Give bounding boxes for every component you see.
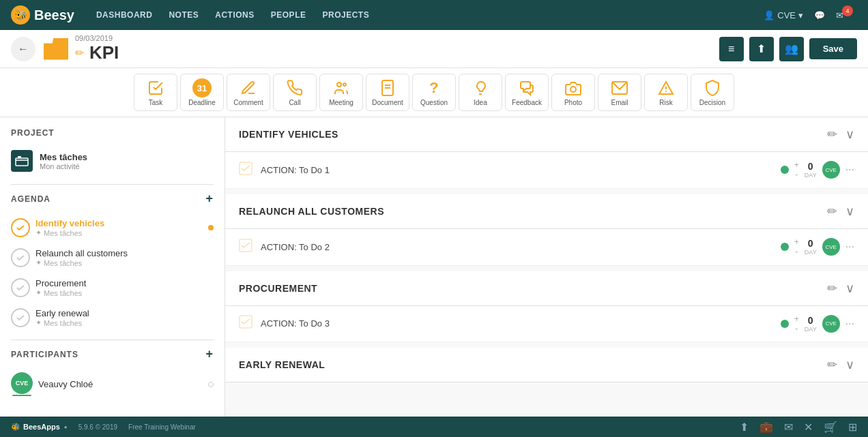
nav-people[interactable]: PEOPLE xyxy=(271,10,306,20)
toolbar-task[interactable]: Task xyxy=(134,74,177,111)
project-sub: Mon activité xyxy=(40,162,87,170)
status-dot-2-0 xyxy=(781,320,789,328)
section-1: RELAUNCH ALL CUSTOMERS ✏ ∨ ACTION: To Do… xyxy=(225,194,868,266)
edit-section-2[interactable]: ✏ xyxy=(827,281,837,296)
edit-section-0[interactable]: ✏ xyxy=(827,127,837,142)
sidebar: PROJECT Mes tâches Mon activité AGENDA +… xyxy=(0,117,225,427)
agenda-name-0: Identify vehicles xyxy=(35,218,104,228)
project-section-title: PROJECT xyxy=(11,128,214,138)
participant-item-0: CVE Veauvy Chloé xyxy=(11,368,214,400)
decision-icon xyxy=(704,78,721,97)
toolbar-idea[interactable]: Idea xyxy=(459,74,502,111)
agenda-item-1[interactable]: Relaunch all customers ✦ Mes tâches xyxy=(11,243,214,273)
section-actions-1: ✏ ∨ xyxy=(827,204,854,219)
section-header-1: RELAUNCH ALL CUSTOMERS ✏ ∨ xyxy=(225,194,868,229)
feedback-label: Feedback xyxy=(512,99,542,106)
agenda-sub-1: ✦ Mes tâches xyxy=(35,258,128,267)
collapse-section-1[interactable]: ∨ xyxy=(845,204,854,219)
project-icon xyxy=(11,150,33,172)
action-checkbox-0-0[interactable] xyxy=(239,162,252,179)
bottom-mail-icon[interactable]: ✉ xyxy=(784,421,793,434)
bottom-grid-icon[interactable]: ⊞ xyxy=(848,421,857,434)
add-participant-button[interactable]: + xyxy=(205,347,214,361)
toolbar-document[interactable]: Document xyxy=(366,74,409,111)
collapse-section-2[interactable]: ∨ xyxy=(845,281,854,296)
action-checkbox-1-0[interactable] xyxy=(239,239,252,256)
toolbar-meeting[interactable]: Meeting xyxy=(319,74,363,111)
user-dropdown-icon: ▾ xyxy=(798,10,803,20)
agenda-item-3[interactable]: Early renewal ✦ Mes tâches xyxy=(11,303,214,333)
day-counter-1-0: 0 DAY xyxy=(805,238,817,256)
nav-notes[interactable]: NOTES xyxy=(169,10,199,20)
bottom-briefcase-icon[interactable]: 💼 xyxy=(760,421,773,434)
nav-right: 👤 CVE ▾ 💬 ✉ 4 xyxy=(764,10,857,20)
chat-button[interactable]: 💬 xyxy=(814,10,825,20)
svg-point-0 xyxy=(337,82,341,87)
svg-rect-11 xyxy=(18,156,21,158)
nav-actions[interactable]: ACTIONS xyxy=(215,10,255,20)
section-title-2: PROCUREMENT xyxy=(239,283,317,294)
user-menu[interactable]: 👤 CVE ▾ xyxy=(764,10,803,20)
title-area: 09/03/2019 ✏ KPI xyxy=(75,34,119,63)
svg-point-5 xyxy=(570,87,576,92)
subheader: ← 09/03/2019 ✏ KPI ≡ ⬆ 👥 Save xyxy=(0,30,868,68)
participants-section-title: PARTICIPANTS + xyxy=(11,347,214,361)
brand-logo[interactable]: 🐝 Beesy xyxy=(11,5,74,25)
agenda-name-3: Early renewal xyxy=(35,308,89,318)
agenda-sub-0: ✦ Mes tâches xyxy=(35,228,104,237)
agenda-item-2[interactable]: Procurement ✦ Mes tâches xyxy=(11,273,214,303)
task-icon xyxy=(147,78,164,97)
bottom-close-icon[interactable]: ✕ xyxy=(804,421,813,434)
meeting-label: Meeting xyxy=(329,99,353,106)
bottom-cart-icon[interactable]: 🛒 xyxy=(824,421,837,434)
section-3: EARLY RENEWAL ✏ ∨ xyxy=(225,348,868,382)
bottom-bar: 🐝 BeesApps ● 5.9.6 © 2019 Free Training … xyxy=(0,417,868,437)
bottom-upload-icon[interactable]: ⬆ xyxy=(740,421,749,434)
action-row-2-0: ACTION: To Do 3 + - 0 DAY CVE ··· xyxy=(225,306,868,343)
notifications-button[interactable]: ✉ 4 xyxy=(836,10,857,20)
section-title-3: EARLY RENEWAL xyxy=(239,359,325,370)
edit-icon[interactable]: ✏ xyxy=(75,46,84,59)
agenda-item-0[interactable]: Identify vehicles ✦ Mes tâches xyxy=(11,213,214,243)
toolbar-deadline[interactable]: 31 Deadline xyxy=(180,74,224,111)
agenda-icon-3 xyxy=(11,308,30,327)
more-button-0-0[interactable]: ··· xyxy=(845,164,854,176)
collapse-section-0[interactable]: ∨ xyxy=(845,127,854,142)
toolbar-feedback[interactable]: Feedback xyxy=(505,74,549,111)
add-agenda-button[interactable]: + xyxy=(205,192,214,206)
star-icon-0: ✦ xyxy=(35,228,42,237)
document-icon xyxy=(380,78,395,97)
toolbar-comment[interactable]: Comment xyxy=(227,74,270,111)
svg-point-1 xyxy=(343,83,346,86)
agenda-name-2: Procurement xyxy=(35,278,86,288)
edit-section-1[interactable]: ✏ xyxy=(827,204,837,219)
export-button[interactable]: ⬆ xyxy=(749,37,774,61)
settings-button[interactable]: ≡ xyxy=(719,37,744,61)
more-button-1-0[interactable]: ··· xyxy=(845,241,854,253)
toolbar-email[interactable]: Email xyxy=(598,74,641,111)
share-button[interactable]: 👥 xyxy=(779,37,804,61)
toolbar-risk[interactable]: Risk xyxy=(644,74,688,111)
edit-section-3[interactable]: ✏ xyxy=(827,357,837,372)
collapse-section-3[interactable]: ∨ xyxy=(845,357,854,372)
save-button[interactable]: Save xyxy=(809,38,857,59)
action-checkbox-2-0[interactable] xyxy=(239,315,252,332)
toolbar-photo[interactable]: Photo xyxy=(551,74,595,111)
star-icon-2: ✦ xyxy=(35,288,42,297)
project-item[interactable]: Mes tâches Mon activité xyxy=(11,145,214,177)
nav-projects[interactable]: PROJECTS xyxy=(322,10,369,20)
question-icon: ? xyxy=(429,78,438,97)
deadline-label: Deadline xyxy=(188,99,215,106)
deadline-icon: 31 xyxy=(192,78,212,97)
agenda-sub-2: ✦ Mes tâches xyxy=(35,288,86,297)
svg-rect-10 xyxy=(16,158,28,166)
agenda-text-1: Relaunch all customers ✦ Mes tâches xyxy=(35,248,128,267)
toolbar-question[interactable]: ? Question xyxy=(412,74,456,111)
nav-dashboard[interactable]: DASHBOARD xyxy=(96,10,153,20)
agenda-name-1: Relaunch all customers xyxy=(35,248,128,258)
toolbar-decision[interactable]: Decision xyxy=(691,74,734,111)
more-button-2-0[interactable]: ··· xyxy=(845,318,854,330)
back-button[interactable]: ← xyxy=(11,37,35,61)
toolbar-call[interactable]: Call xyxy=(273,74,317,111)
photo-label: Photo xyxy=(564,99,582,106)
